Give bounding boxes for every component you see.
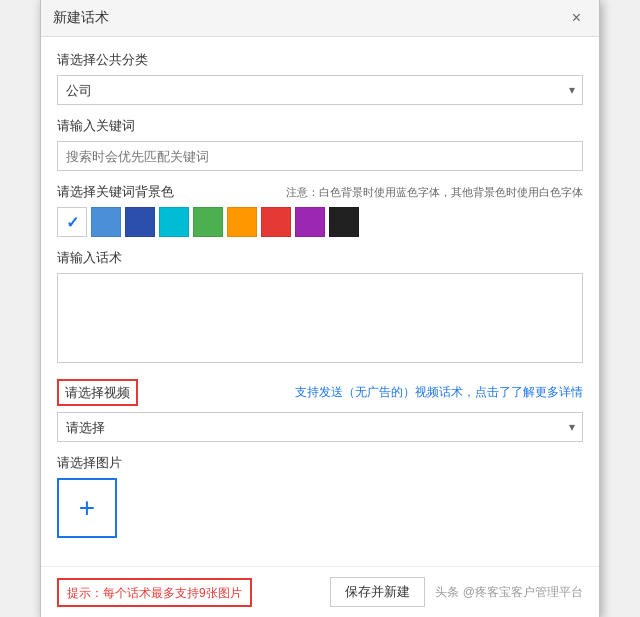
selected-check: ✓: [66, 213, 79, 232]
dialog-footer: 提示：每个话术最多支持9张图片 保存并新建 头条 @疼客宝客户管理平台: [41, 566, 599, 617]
color-swatch-red[interactable]: [261, 207, 291, 237]
video-header: 请选择视频 支持发送（无广告的）视频话术，点击了了解更多详情: [57, 379, 583, 406]
footer-right: 保存并新建 头条 @疼客宝客户管理平台: [330, 577, 583, 607]
video-select[interactable]: 请选择: [57, 412, 583, 442]
keyword-group: 请输入关键词: [57, 117, 583, 171]
category-select-wrapper: 公司 ▾: [57, 75, 583, 105]
color-swatch-orange[interactable]: [227, 207, 257, 237]
color-swatch-green[interactable]: [193, 207, 223, 237]
color-swatches: ✓: [57, 207, 583, 237]
color-swatch-purple[interactable]: [295, 207, 325, 237]
huashu-label: 请输入话术: [57, 249, 583, 267]
image-add-button[interactable]: +: [57, 478, 117, 538]
close-button[interactable]: ×: [566, 8, 587, 28]
image-add-icon: +: [79, 492, 95, 524]
keyword-label: 请输入关键词: [57, 117, 583, 135]
category-select[interactable]: 公司: [57, 75, 583, 105]
dialog-title: 新建话术: [53, 9, 109, 27]
color-swatch-cyan[interactable]: [159, 207, 189, 237]
video-label-box: 请选择视频: [57, 379, 138, 406]
color-swatch-white[interactable]: ✓: [57, 207, 87, 237]
color-note: 注意：白色背景时使用蓝色字体，其他背景色时使用白色字体: [286, 185, 583, 200]
huashu-group: 请输入话术: [57, 249, 583, 367]
video-group: 请选择视频 支持发送（无广告的）视频话术，点击了了解更多详情 请选择 ▾: [57, 379, 583, 442]
color-swatch-black[interactable]: [329, 207, 359, 237]
color-label: 请选择关键词背景色: [57, 183, 174, 201]
category-group: 请选择公共分类 公司 ▾: [57, 51, 583, 105]
color-group: 请选择关键词背景色 注意：白色背景时使用蓝色字体，其他背景色时使用白色字体 ✓: [57, 183, 583, 237]
color-swatch-blue-light[interactable]: [91, 207, 121, 237]
video-label: 请选择视频: [65, 385, 130, 400]
hint-box: 提示：每个话术最多支持9张图片: [57, 578, 252, 607]
hint-text: 提示：每个话术最多支持9张图片: [67, 586, 242, 600]
new-script-dialog: 新建话术 × 请选择公共分类 公司 ▾ 请输入关键词 请选择关键词背景色 注意：…: [40, 0, 600, 617]
color-swatch-blue-dark[interactable]: [125, 207, 155, 237]
save-button[interactable]: 保存并新建: [330, 577, 425, 607]
dialog-titlebar: 新建话术 ×: [41, 0, 599, 37]
huashu-textarea[interactable]: [57, 273, 583, 363]
dialog-body: 请选择公共分类 公司 ▾ 请输入关键词 请选择关键词背景色 注意：白色背景时使用…: [41, 37, 599, 562]
keyword-input[interactable]: [57, 141, 583, 171]
watermark: 头条 @疼客宝客户管理平台: [435, 584, 583, 601]
color-row: 请选择关键词背景色 注意：白色背景时使用蓝色字体，其他背景色时使用白色字体: [57, 183, 583, 201]
category-label: 请选择公共分类: [57, 51, 583, 69]
video-link[interactable]: 支持发送（无广告的）视频话术，点击了了解更多详情: [295, 384, 583, 401]
image-label: 请选择图片: [57, 454, 583, 472]
video-select-wrapper: 请选择 ▾: [57, 412, 583, 442]
image-group: 请选择图片 +: [57, 454, 583, 538]
